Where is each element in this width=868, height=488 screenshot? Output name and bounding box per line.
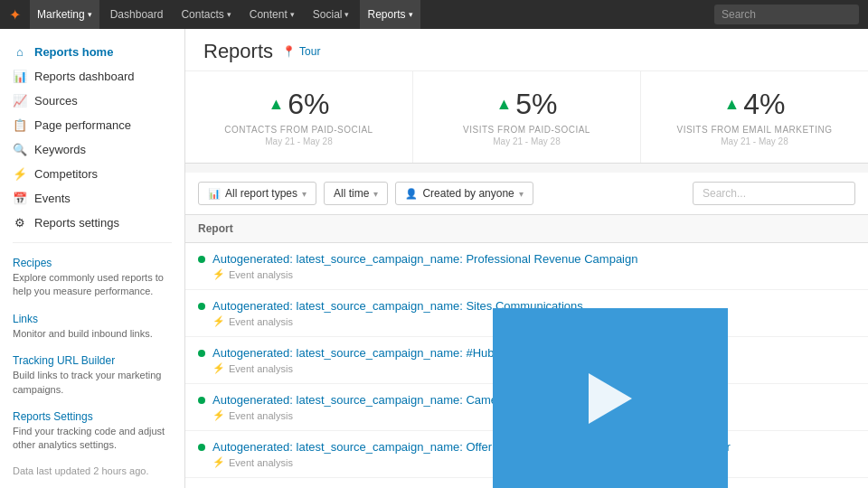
sidebar-item-events[interactable]: 📅 Events <box>0 186 184 211</box>
nav-social-caret: ▾ <box>344 10 349 19</box>
sidebar-reports-dashboard-label: Reports dashboard <box>34 70 135 83</box>
nav-social-label: Social <box>313 8 343 21</box>
created-by-caret: ▾ <box>519 189 524 199</box>
time-label: All time <box>334 187 369 200</box>
nav-reports-caret: ▾ <box>409 10 413 19</box>
pin-icon: 📍 <box>282 45 296 58</box>
stat-visits-email-label: VISITS FROM EMAIL MARKETING <box>659 125 850 135</box>
created-by-label: Created by anyone <box>422 187 514 200</box>
global-search-input[interactable] <box>714 5 859 24</box>
recipes-description: Explore commonly used reports to help yo… <box>13 271 172 299</box>
settings-icon: ⚙ <box>13 216 27 230</box>
tour-button[interactable]: 📍 Tour <box>282 45 320 58</box>
event-analysis-icon: ⚡ <box>212 409 225 421</box>
keywords-icon: 🔍 <box>13 143 27 156</box>
sidebar-footer: Data last updated 2 hours ago. <box>0 460 184 482</box>
report-type-tag: Event analysis <box>229 410 293 421</box>
event-analysis-icon: ⚡ <box>212 456 225 468</box>
stat-card-visits-paid-social: ▲ 5% VISITS FROM PAID-SOCIAL May 21 - Ma… <box>413 71 641 163</box>
sidebar-item-page-performance[interactable]: 📋 Page performance <box>0 113 184 137</box>
table-header: Report <box>185 215 868 243</box>
stat-visits-email-value: ▲ 4% <box>659 88 850 121</box>
sidebar-page-performance-label: Page performance <box>34 118 131 132</box>
sidebar-item-reports-home[interactable]: ⌂ Reports home <box>0 40 184 64</box>
stat-visits-paid-number: 5% <box>515 88 557 121</box>
stat-contacts-value: ▲ 6% <box>203 88 394 121</box>
sidebar-reports-settings-section: Reports Settings Find your tracking code… <box>0 404 184 460</box>
nav-marketing-caret: ▾ <box>88 10 92 19</box>
main-content: Reports 📍 Tour ▲ 6% CONTACTS FROM PAID-S… <box>185 29 868 488</box>
top-navigation: ✦ Marketing ▾ Dashboard Contacts ▾ Conte… <box>0 0 868 29</box>
time-filter[interactable]: All time ▾ <box>324 182 388 205</box>
sidebar-recipes-section: Recipes Explore commonly used reports to… <box>0 250 184 306</box>
stat-contacts-arrow: ▲ <box>268 95 284 114</box>
sidebar-events-label: Events <box>34 192 71 205</box>
report-type-icon: 📊 <box>208 188 221 200</box>
nav-contacts-caret: ▾ <box>227 10 231 19</box>
nav-dashboard-label: Dashboard <box>110 8 164 21</box>
event-analysis-icon: ⚡ <box>212 362 225 374</box>
tracking-url-builder-link[interactable]: Tracking URL Builder <box>13 354 115 367</box>
report-type-tag: Event analysis <box>229 457 293 468</box>
status-dot <box>198 303 205 310</box>
stat-visits-email-number: 4% <box>743 88 785 121</box>
nav-item-reports[interactable]: Reports ▾ <box>360 0 420 29</box>
stat-contacts-number: 6% <box>288 88 329 121</box>
sidebar-reports-settings-label: Reports settings <box>34 216 119 230</box>
event-analysis-icon: ⚡ <box>212 315 225 327</box>
sidebar: ⌂ Reports home 📊 Reports dashboard 📈 Sou… <box>0 29 185 488</box>
video-overlay[interactable] <box>493 308 728 488</box>
time-caret: ▾ <box>373 189 378 199</box>
stat-visits-email-date: May 21 - May 28 <box>659 136 850 146</box>
sidebar-divider <box>13 242 172 243</box>
created-by-icon: 👤 <box>405 188 418 200</box>
sidebar-sources-label: Sources <box>34 94 78 108</box>
nav-item-social[interactable]: Social ▾ <box>306 0 357 29</box>
reports-search-input[interactable] <box>693 182 855 205</box>
stat-contacts-date: May 21 - May 28 <box>203 136 394 146</box>
links-link[interactable]: Links <box>13 313 38 325</box>
nav-reports-label: Reports <box>367 8 405 21</box>
stat-card-visits-email: ▲ 4% VISITS FROM EMAIL MARKETING May 21 … <box>641 71 868 163</box>
report-type-tag: Event analysis <box>229 269 293 280</box>
sidebar-item-sources[interactable]: 📈 Sources <box>0 89 184 113</box>
stat-card-contacts-paid-social: ▲ 6% CONTACTS FROM PAID-SOCIAL May 21 - … <box>185 71 413 163</box>
stats-row: ▲ 6% CONTACTS FROM PAID-SOCIAL May 21 - … <box>185 71 868 164</box>
sidebar-item-competitors[interactable]: ⚡ Competitors <box>0 162 184 186</box>
reports-settings-link[interactable]: Reports Settings <box>13 410 93 423</box>
sidebar-competitors-label: Competitors <box>34 167 98 181</box>
sidebar-item-reports-dashboard[interactable]: 📊 Reports dashboard <box>0 64 184 89</box>
report-type-label: All report types <box>225 187 297 200</box>
sidebar-reports-home-label: Reports home <box>34 45 113 59</box>
links-description: Monitor and build inbound links. <box>13 327 172 341</box>
reports-settings-description: Find your tracking code and adjust other… <box>13 425 172 453</box>
competitors-icon: ⚡ <box>13 167 27 181</box>
report-column-header: Report <box>198 222 233 235</box>
report-type-filter[interactable]: 📊 All report types ▾ <box>198 182 316 205</box>
stat-visits-paid-date: May 21 - May 28 <box>431 136 622 146</box>
nav-item-marketing[interactable]: Marketing ▾ <box>30 0 99 29</box>
logo-icon: ✦ <box>9 6 21 23</box>
nav-item-contacts[interactable]: Contacts ▾ <box>174 0 238 29</box>
event-analysis-icon: ⚡ <box>212 268 225 280</box>
nav-item-content[interactable]: Content ▾ <box>242 0 302 29</box>
stat-visits-paid-label: VISITS FROM PAID-SOCIAL <box>431 125 622 135</box>
status-dot <box>198 256 205 263</box>
stat-visits-email-arrow: ▲ <box>723 95 740 114</box>
sidebar-item-keywords[interactable]: 🔍 Keywords <box>0 137 184 162</box>
tour-label: Tour <box>299 45 320 58</box>
nav-contacts-label: Contacts <box>181 8 223 21</box>
status-dot <box>198 350 205 357</box>
play-button-icon <box>589 373 632 424</box>
recipes-link[interactable]: Recipes <box>13 257 52 269</box>
sidebar-item-reports-settings[interactable]: ⚙ Reports settings <box>0 211 184 235</box>
report-type-tag: Event analysis <box>229 363 293 374</box>
status-dot <box>198 444 205 451</box>
nav-item-dashboard[interactable]: Dashboard <box>103 0 171 29</box>
sidebar-links-section: Links Monitor and build inbound links. <box>0 306 184 348</box>
table-row[interactable]: Autogenerated: latest_source_campaign_na… <box>185 243 868 290</box>
sidebar-tracking-url-section: Tracking URL Builder Build links to trac… <box>0 348 184 404</box>
created-by-filter[interactable]: 👤 Created by anyone ▾ <box>395 182 533 205</box>
page-header: Reports 📍 Tour <box>185 29 868 71</box>
report-type-caret: ▾ <box>302 189 307 199</box>
